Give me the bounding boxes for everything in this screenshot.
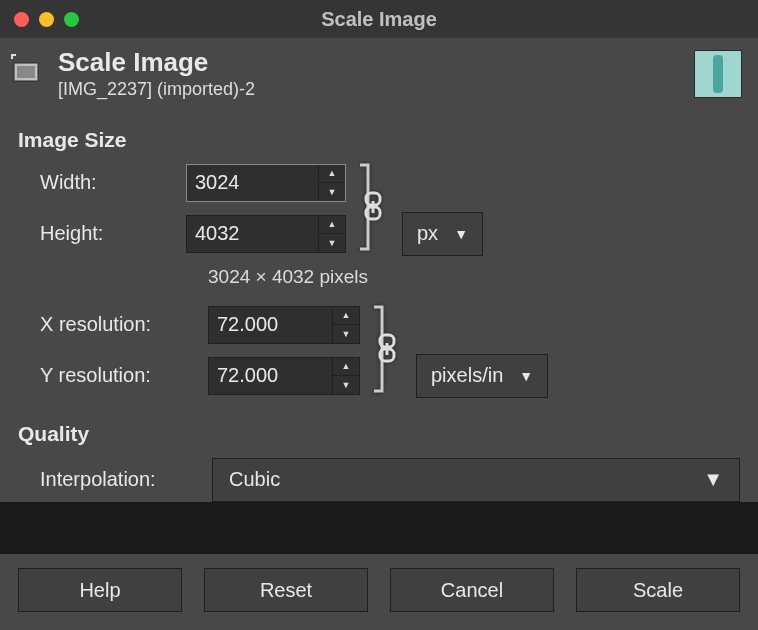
- x-resolution-input[interactable]: ▲ ▼: [208, 306, 360, 344]
- height-field[interactable]: [187, 216, 318, 252]
- width-row: Width: ▲ ▼: [18, 164, 740, 202]
- titlebar: Scale Image: [0, 0, 758, 38]
- dialog-header: Scale Image [IMG_2237] (imported)-2: [0, 38, 758, 110]
- x-resolution-row: X resolution: ▲ ▼: [18, 306, 740, 344]
- scale-button[interactable]: Scale: [576, 568, 740, 612]
- dialog-subtitle: [IMG_2237] (imported)-2: [58, 79, 694, 100]
- y-resolution-field[interactable]: [209, 358, 332, 394]
- width-step-down[interactable]: ▼: [319, 183, 345, 201]
- height-label: Height:: [18, 222, 186, 245]
- window-title: Scale Image: [0, 8, 758, 31]
- quality-heading: Quality: [18, 422, 740, 446]
- help-button[interactable]: Help: [18, 568, 182, 612]
- image-thumbnail: [694, 50, 742, 98]
- size-unit-label: px: [417, 222, 438, 245]
- scale-image-icon: [4, 53, 52, 94]
- link-dimensions-icon[interactable]: [354, 159, 394, 255]
- minimize-icon[interactable]: [39, 12, 54, 27]
- link-resolution-icon[interactable]: [368, 301, 408, 397]
- window-controls: [14, 12, 79, 27]
- height-step-down[interactable]: ▼: [319, 234, 345, 252]
- dialog-title: Scale Image: [58, 48, 694, 77]
- interpolation-select[interactable]: Cubic ▼: [212, 458, 740, 502]
- resolution-unit-select[interactable]: pixels/in ▼: [416, 354, 548, 398]
- height-step-up[interactable]: ▲: [319, 216, 345, 235]
- x-resolution-field[interactable]: [209, 307, 332, 343]
- interpolation-row: Interpolation: Cubic ▼: [18, 458, 740, 502]
- dialog-footer: Help Reset Cancel Scale: [0, 554, 758, 630]
- width-label: Width:: [18, 171, 186, 194]
- width-field[interactable]: [187, 165, 318, 201]
- x-res-step-down[interactable]: ▼: [333, 325, 359, 343]
- image-size-heading: Image Size: [18, 128, 740, 152]
- y-resolution-input[interactable]: ▲ ▼: [208, 357, 360, 395]
- close-icon[interactable]: [14, 12, 29, 27]
- size-unit-select[interactable]: px ▼: [402, 212, 483, 256]
- width-step-up[interactable]: ▲: [319, 165, 345, 184]
- cancel-button[interactable]: Cancel: [390, 568, 554, 612]
- resolution-unit-label: pixels/in: [431, 364, 503, 387]
- height-input[interactable]: ▲ ▼: [186, 215, 346, 253]
- reset-button[interactable]: Reset: [204, 568, 368, 612]
- chevron-down-icon: ▼: [703, 468, 723, 491]
- dialog-body: Image Size Width: ▲ ▼ Height:: [0, 110, 758, 502]
- interpolation-value: Cubic: [229, 468, 280, 491]
- interpolation-label: Interpolation:: [18, 468, 208, 491]
- chevron-down-icon: ▼: [454, 226, 468, 242]
- width-input[interactable]: ▲ ▼: [186, 164, 346, 202]
- size-readout: 3024 × 4032 pixels: [208, 266, 740, 288]
- y-res-step-up[interactable]: ▲: [333, 358, 359, 377]
- y-res-step-down[interactable]: ▼: [333, 376, 359, 394]
- zoom-icon[interactable]: [64, 12, 79, 27]
- y-resolution-label: Y resolution:: [18, 364, 208, 387]
- chevron-down-icon: ▼: [519, 368, 533, 384]
- svg-rect-1: [17, 66, 35, 78]
- x-resolution-label: X resolution:: [18, 313, 208, 336]
- x-res-step-up[interactable]: ▲: [333, 307, 359, 326]
